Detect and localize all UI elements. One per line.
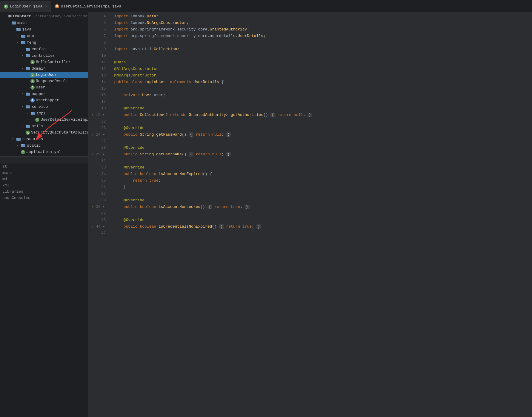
linenum-5: 5 (88, 20, 110, 26)
editor-area: 4 5 6 7 8 9 10 11 12 13 14 15 16 17 18 ↑… (88, 12, 532, 417)
linenum-23: 23 (88, 125, 110, 131)
tab-icon-login-user: C (4, 4, 8, 9)
class-icon-hello: C (30, 60, 35, 64)
override-icon-19: ↑ (90, 113, 95, 117)
svg-rect-19 (31, 112, 33, 113)
sidebar-item-domain[interactable]: domain (0, 65, 88, 72)
code-line-29: public String getUsername() { return nul… (114, 151, 532, 158)
linenum-34: ↑ 34 (88, 171, 110, 177)
label-resources: resources (22, 137, 43, 141)
code-line-16: private User user; (114, 92, 532, 99)
tab-user-detail-service-impl[interactable]: C UserDetailServiceImpl.java (51, 1, 125, 12)
override-icon-39: ↑ (90, 205, 95, 209)
svg-rect-1 (12, 22, 13, 22)
sidebar-item-application-yml[interactable]: Y application.yml (0, 149, 88, 155)
chevron-feng[interactable] (16, 40, 20, 45)
linenum-33: 33 (88, 164, 110, 171)
sidebar-item-consoles[interactable]: and Consoles (0, 195, 88, 201)
chevron-domain[interactable] (20, 66, 24, 70)
fold-arrow-29[interactable]: ▶ (102, 152, 106, 157)
chevron-utils[interactable] (20, 124, 24, 128)
label-domain: domain (32, 66, 46, 71)
sidebar-item-config[interactable]: config (0, 46, 88, 52)
linenum-7: 7 (88, 33, 110, 39)
sidebar-item-more[interactable]: more (0, 170, 88, 176)
project-name: QuickStart (8, 14, 31, 19)
code-container[interactable]: 4 5 6 7 8 9 10 11 12 13 14 15 16 17 18 ↑… (88, 12, 532, 417)
sidebar-item-app[interactable]: A SecurityQuickStartApplication (0, 129, 88, 136)
sidebar-item-md[interactable]: md (0, 176, 88, 182)
code-line-14: public class LoginUser implements UserDe… (114, 79, 532, 85)
chevron-com[interactable] (16, 34, 20, 38)
chevron-resources[interactable] (11, 137, 15, 141)
chevron-impl[interactable] (25, 111, 29, 115)
sidebar-item-response-result[interactable]: C ResponseResult (0, 78, 88, 84)
folder-icon-main (11, 20, 16, 25)
sidebar-item-feng[interactable]: feng (0, 39, 88, 46)
code-line-22 (114, 118, 532, 125)
project-path: D:\kuangStudyJavaExercises\S (33, 14, 88, 19)
chevron-static[interactable] (16, 143, 20, 148)
sidebar-item-user-mapper[interactable]: I UserMapper (0, 97, 88, 103)
sidebar-item-main[interactable]: main (0, 19, 88, 26)
yaml-icon: Y (21, 150, 25, 154)
code-line-38: @Override (114, 197, 532, 204)
sidebar-item-service[interactable]: service (0, 103, 88, 110)
linenum-39: ↑ 39 ▶ (88, 204, 110, 210)
fold-arrow-39[interactable]: ▶ (102, 205, 106, 209)
linenum-27: 27 (88, 138, 110, 145)
code-line-23: @Override (114, 125, 532, 131)
sidebar-item-resources[interactable]: resources (0, 136, 88, 142)
linenum-11: 11 (88, 59, 110, 66)
sidebar-item-libraries[interactable]: Libraries (0, 188, 88, 195)
linenum-24: ↑ 24 ▶ (88, 131, 110, 138)
code-line-37 (114, 191, 532, 197)
code-line-34: public boolean isAccountNonExpired() { (114, 171, 532, 177)
fold-arrow-44[interactable]: ▶ (102, 225, 106, 229)
sidebar-item-xml[interactable]: xml (0, 182, 88, 188)
linenum-29: ↑ 29 ▶ (88, 151, 110, 158)
sidebar-item-mapper[interactable]: mapper (0, 91, 88, 97)
sidebar-item-impl[interactable]: impl (0, 110, 88, 116)
sidebar-item-com[interactable]: com (0, 33, 88, 39)
sidebar-item-java[interactable]: java (0, 26, 88, 33)
tab-close-login-user[interactable]: × (45, 5, 47, 8)
svg-rect-11 (26, 54, 28, 55)
sidebar-item-static[interactable]: static (0, 142, 88, 149)
linenum-28: 28 (88, 145, 110, 151)
project-root[interactable]: QuickStart D:\kuangStudyJavaExercises\S (0, 13, 88, 19)
linenum-47: 47 (88, 230, 110, 237)
fold-arrow-19[interactable]: ▶ (102, 113, 106, 117)
fold-arrow-24[interactable]: ▶ (102, 133, 106, 137)
folder-icon-com (21, 33, 26, 38)
sidebar-item-utils[interactable]: utils (0, 123, 88, 129)
linenum-15: 15 (88, 85, 110, 92)
svg-rect-25 (16, 138, 18, 139)
chevron-controller[interactable] (20, 53, 24, 58)
sidebar-item-login-user[interactable]: C LoginUser (0, 72, 88, 78)
folder-icon-java (16, 27, 21, 32)
linenum-13: 13 (88, 72, 110, 79)
code-line-33: @Override (114, 164, 532, 171)
chevron-service[interactable] (20, 105, 24, 109)
override-icon-44: ↑ (90, 225, 95, 229)
app-icon: A (26, 131, 30, 135)
sidebar-item-st[interactable]: st (0, 163, 88, 170)
svg-rect-9 (26, 48, 28, 49)
code-lines[interactable]: import lombok.Data; import lombok.NoArgs… (110, 12, 532, 417)
code-line-19: public Collection<? extends GrantedAutho… (114, 112, 532, 118)
chevron-config[interactable] (20, 47, 24, 51)
sidebar-item-controller[interactable]: controller (0, 52, 88, 59)
code-line-32 (114, 158, 532, 164)
linenum-35: 35 (88, 177, 110, 184)
label-st: st (2, 164, 7, 169)
linenum-10: 10 (88, 53, 110, 59)
chevron-mapper[interactable] (20, 92, 24, 96)
code-line-11: @Data (114, 59, 532, 66)
label-login-user: LoginUser (36, 73, 57, 77)
sidebar-item-user[interactable]: C User (0, 84, 88, 91)
tab-icon-user-detail: C (55, 4, 59, 8)
sidebar-item-hello-controller[interactable]: C HelloController (0, 59, 88, 65)
tab-login-user[interactable]: C LoginUser.java × (0, 1, 51, 12)
sidebar-item-user-detail-service-impl[interactable]: C UserDetailServiceImpl (0, 116, 88, 123)
